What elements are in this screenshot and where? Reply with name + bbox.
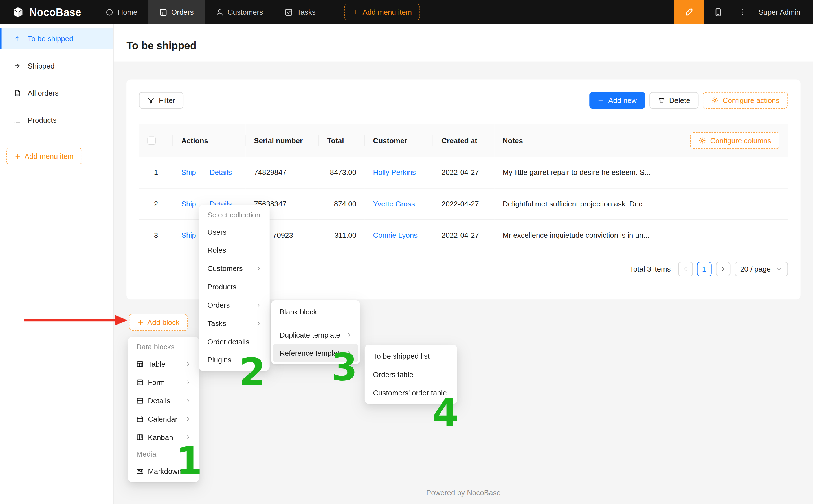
gear-icon (699, 137, 706, 144)
row-index: 1 (139, 157, 173, 188)
menu-item-users[interactable]: Users (201, 223, 267, 241)
sidebar-item-products[interactable]: Products (0, 110, 113, 131)
nav-tab-orders[interactable]: Orders (148, 0, 205, 24)
customer-link[interactable]: Holly Perkins (373, 168, 416, 177)
menu-item-tasks[interactable]: Tasks (201, 314, 267, 332)
menu-item-table[interactable]: Table (130, 355, 197, 373)
annotation-number-2: 2 (239, 353, 265, 391)
menu-group-data-blocks: Data blocks (130, 339, 197, 355)
pagination-next-button[interactable] (716, 261, 730, 276)
calendar-block-icon (136, 415, 144, 422)
current-user[interactable]: Super Admin (752, 0, 813, 24)
menu-item-duplicate-template[interactable]: Duplicate template (273, 325, 358, 344)
page-title: To be shipped (126, 39, 196, 52)
delete-button[interactable]: Delete (649, 92, 699, 109)
chevron-right-icon (256, 302, 262, 307)
table-toolbar: Filter Add new Delete Conf (139, 92, 788, 109)
table-header-row: Actions Serial number Total Customer Cre… (139, 124, 788, 157)
configure-actions-label: Configure actions (723, 96, 780, 105)
list-icon (14, 116, 21, 124)
menu-group-select-collection: Select collection (201, 207, 267, 223)
sidebar-item-label: Products (28, 116, 56, 124)
annotation-number-3: 3 (331, 348, 357, 386)
menu-item-details[interactable]: Details (130, 391, 197, 410)
created-cell: 2022-04-27 (433, 219, 494, 251)
sidebar-item-label: All orders (28, 89, 59, 97)
nocobase-logo[interactable]: NocoBase (0, 0, 95, 24)
logo-text: NocoBase (29, 6, 81, 18)
column-header-serial: Serial number (246, 124, 319, 157)
details-link[interactable]: Details (210, 168, 232, 177)
menu-item-blank-block[interactable]: Blank block (273, 302, 358, 321)
menu-item-calendar[interactable]: Calendar (130, 410, 197, 428)
sidebar-add-menu-item-button[interactable]: Add menu item (6, 148, 82, 164)
select-all-checkbox[interactable] (147, 137, 156, 145)
highlighter-pen-icon (684, 7, 694, 17)
sidebar-item-to-be-shipped[interactable]: To be shipped (0, 28, 113, 49)
chevron-right-icon (186, 361, 191, 367)
document-icon (14, 89, 21, 97)
configure-columns-button[interactable]: Configure columns (690, 132, 779, 149)
configure-actions-button[interactable]: Configure actions (703, 92, 788, 109)
menu-item-products[interactable]: Products (201, 278, 267, 296)
menu-item-form[interactable]: Form (130, 373, 197, 391)
kanban-block-icon (136, 433, 144, 441)
ui-editor-button[interactable] (674, 0, 704, 24)
tablet-icon (714, 8, 723, 16)
tasks-icon (285, 8, 293, 16)
menu-item-orders-table[interactable]: Orders table (367, 365, 455, 384)
red-arrow-annotation (21, 312, 129, 329)
chevron-right-icon (186, 416, 191, 421)
trash-icon (658, 97, 665, 104)
column-header-actions: Actions (173, 124, 245, 157)
add-block-button[interactable]: Add block (129, 314, 188, 330)
gear-icon (711, 97, 718, 104)
markdown-block-icon (136, 467, 144, 475)
details-block-icon (136, 397, 144, 404)
menu-item-to-be-shipped-list[interactable]: To be shipped list (367, 347, 455, 365)
plus-icon (137, 319, 144, 325)
menu-item-customers[interactable]: Customers (201, 259, 267, 278)
arrow-up-icon (14, 35, 21, 42)
pagination-prev-button[interactable] (678, 261, 693, 276)
created-cell: 2022-04-27 (433, 188, 494, 219)
customer-link[interactable]: Connie Lyons (373, 231, 418, 239)
row-index: 3 (139, 219, 173, 251)
add-new-button[interactable]: Add new (589, 92, 645, 109)
customer-link[interactable]: Yvette Gross (373, 200, 415, 208)
chevron-right-icon (720, 266, 726, 272)
nav-tab-home[interactable]: Home (95, 0, 148, 24)
filter-button[interactable]: Filter (139, 92, 184, 109)
add-new-label: Add new (608, 96, 637, 105)
nav-tab-tasks[interactable]: Tasks (274, 0, 327, 24)
mobile-preview-button[interactable] (704, 0, 732, 24)
ship-link[interactable]: Ship (181, 200, 196, 208)
arrow-right-icon (14, 62, 21, 69)
ellipsis-vertical-icon (739, 8, 746, 16)
serial-cell: 74829847 (246, 157, 319, 188)
sidebar-item-shipped[interactable]: Shipped (0, 55, 113, 76)
navbar-add-menu-item-button[interactable]: Add menu item (344, 4, 420, 20)
configure-columns-label: Configure columns (710, 136, 771, 145)
sidebar-item-label: To be shipped (28, 34, 73, 43)
menu-item-roles[interactable]: Roles (201, 241, 267, 259)
menu-item-orders[interactable]: Orders (201, 296, 267, 314)
nav-tab-label: Customers (228, 8, 263, 16)
ship-link[interactable]: Ship (181, 231, 196, 239)
menu-item-order-details[interactable]: Order details (201, 332, 267, 351)
orders-icon (159, 8, 167, 16)
pagination-page-button[interactable]: 1 (697, 261, 711, 276)
pagination-total: Total 3 items (630, 265, 671, 273)
select-collection-menu: Select collection Users Roles Customers … (199, 205, 270, 371)
app-window: NocoBase Home Orders Customers Tasks Add… (0, 0, 813, 504)
column-header-notes: Notes (503, 136, 523, 145)
ship-link[interactable]: Ship (181, 168, 196, 177)
nav-tab-customers[interactable]: Customers (205, 0, 274, 24)
page-size-select[interactable]: 20 / page (734, 261, 788, 276)
more-menu-button[interactable] (732, 0, 752, 24)
main-nav: Home Orders Customers Tasks (95, 0, 327, 24)
form-block-icon (136, 378, 144, 386)
sidebar-item-all-orders[interactable]: All orders (0, 83, 113, 104)
table-row: 1 ShipDetails 74829847 8473.00 Holly Per… (139, 157, 788, 188)
customers-icon (216, 8, 223, 16)
